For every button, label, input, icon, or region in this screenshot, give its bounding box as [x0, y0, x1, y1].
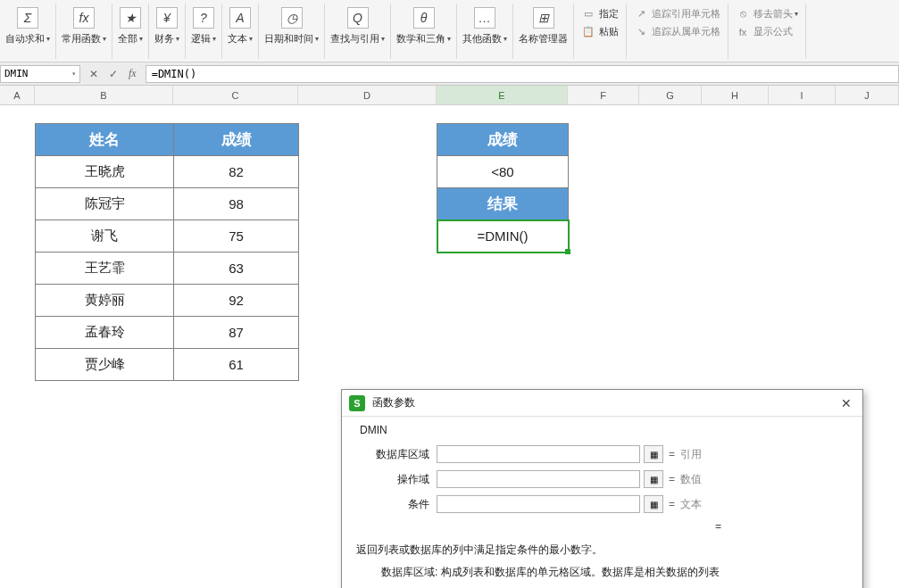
param-field-label: 操作域	[356, 472, 437, 487]
range-select-button[interactable]: ▦	[644, 470, 663, 488]
param-criteria-hint: 文本	[680, 497, 702, 512]
table-row: 陈冠宇98	[36, 188, 299, 220]
ribbon-toolbar: Σ 自动求和▾ fx 常用函数▾ ★ 全部▾ ¥ 财务▾ ? 逻辑▾ A 文本▾	[0, 0, 899, 62]
close-button[interactable]: ✕	[837, 396, 855, 410]
trace-dependents-button[interactable]: ↘追踪从属单元格	[630, 23, 724, 40]
criteria-value[interactable]: <80	[437, 156, 569, 188]
column-headers: A B C D E F G H I J	[0, 86, 899, 105]
ellipsis-icon: …	[474, 7, 495, 29]
param-criteria-input[interactable]	[437, 495, 640, 513]
cancel-formula-button[interactable]: ✕	[87, 68, 100, 80]
math-label: 数学和三角	[396, 32, 445, 46]
column-header-I[interactable]: I	[769, 86, 836, 104]
logic-label: 逻辑	[191, 32, 211, 46]
tag-icon: ▭	[581, 8, 595, 21]
other-functions-button[interactable]: … 其他函数▾	[461, 5, 509, 47]
column-header-B[interactable]: B	[35, 86, 173, 104]
result-header[interactable]: 结果	[437, 188, 569, 220]
lookup-label: 查找与引用	[330, 32, 379, 46]
autosum-button[interactable]: Σ 自动求和▾	[4, 5, 52, 47]
column-header-A[interactable]: A	[0, 86, 35, 104]
fill-handle[interactable]	[565, 249, 570, 254]
remove-arrows-button[interactable]: ⦸移去箭头▾	[732, 5, 802, 22]
trace-precedents-button[interactable]: ↗追踪引用单元格	[630, 5, 724, 22]
app-icon: S	[349, 395, 365, 411]
trace-dependents-icon: ↘	[634, 26, 648, 38]
clock-icon: ◷	[281, 7, 303, 29]
dialog-titlebar[interactable]: S 函数参数 ✕	[342, 390, 862, 417]
chevron-down-icon[interactable]: ▾	[71, 70, 76, 78]
chevron-down-icon: ▾	[315, 35, 319, 43]
autosum-label: 自动求和	[5, 32, 45, 46]
yen-icon: ¥	[156, 7, 178, 29]
question-icon: ?	[193, 7, 214, 29]
chevron-down-icon: ▾	[795, 10, 798, 18]
trace-precedents-icon: ↗	[634, 8, 648, 21]
header-name[interactable]: 姓名	[36, 124, 174, 156]
chevron-down-icon: ▾	[139, 35, 143, 43]
table-row: 王艺霏63	[36, 253, 299, 285]
name-box-value: DMIN	[4, 68, 29, 79]
formula-input[interactable]: =DMIN()	[146, 65, 899, 83]
column-header-F[interactable]: F	[568, 86, 639, 104]
text-label: 文本	[228, 32, 247, 46]
fx-icon: fx	[73, 7, 95, 29]
column-header-H[interactable]: H	[702, 86, 769, 104]
all-label: 全部	[118, 32, 137, 46]
chevron-down-icon: ▾	[504, 35, 507, 43]
data-table: 姓名 成绩 王晓虎82 陈冠宇98 谢飞75 王艺霏63 黄婷丽92 孟春玲87…	[35, 123, 299, 381]
logic-button[interactable]: ? 逻辑▾	[189, 5, 218, 47]
common-fn-label: 常用函数	[62, 32, 101, 46]
chevron-down-icon: ▾	[212, 35, 216, 43]
name-manager-label: 名称管理器	[519, 32, 568, 46]
criteria-table: 成绩 <80 结果 =DMIN()	[437, 123, 569, 253]
insert-function-button[interactable]: fx	[127, 67, 138, 80]
formula-icon: fx	[736, 26, 750, 38]
accept-formula-button[interactable]: ✓	[107, 68, 120, 80]
column-header-E[interactable]: E	[437, 86, 568, 104]
spreadsheet-grid[interactable]: 姓名 成绩 王晓虎82 陈冠宇98 谢飞75 王艺霏63 黄婷丽92 孟春玲87…	[0, 105, 899, 588]
search-icon: Q	[347, 7, 369, 29]
chevron-down-icon: ▾	[249, 35, 253, 43]
common-functions-button[interactable]: fx 常用函数▾	[60, 5, 108, 47]
name-manager-button[interactable]: ⊞ 名称管理器	[517, 5, 570, 47]
chevron-down-icon: ▾	[447, 35, 451, 43]
chevron-down-icon: ▾	[103, 35, 106, 43]
remove-arrows-icon: ⦸	[736, 8, 750, 21]
text-button[interactable]: A 文本▾	[226, 5, 254, 47]
define-name-button[interactable]: ▭指定	[578, 5, 622, 22]
lookup-button[interactable]: Q 查找与引用▾	[329, 5, 387, 47]
header-score[interactable]: 成绩	[174, 124, 299, 156]
range-select-button[interactable]: ▦	[644, 445, 663, 463]
finance-label: 财务	[154, 32, 174, 46]
chevron-down-icon: ▾	[176, 35, 179, 43]
active-cell[interactable]: =DMIN()	[437, 220, 569, 253]
column-header-G[interactable]: G	[639, 86, 702, 104]
table-row: 黄婷丽92	[36, 285, 299, 317]
column-header-C[interactable]: C	[173, 86, 298, 104]
all-functions-button[interactable]: ★ 全部▾	[116, 5, 145, 47]
chevron-down-icon: ▾	[46, 35, 50, 43]
column-header-D[interactable]: D	[298, 86, 437, 104]
param-database-hint: 引用	[680, 447, 702, 462]
math-button[interactable]: θ 数学和三角▾	[395, 5, 453, 47]
paste-name-button[interactable]: 📋粘贴	[578, 23, 622, 40]
datetime-label: 日期和时间	[264, 32, 313, 46]
function-description: 返回列表或数据库的列中满足指定条件的最小数字。	[356, 542, 848, 559]
chevron-down-icon: ▾	[381, 35, 385, 43]
column-header-J[interactable]: J	[836, 86, 899, 104]
param-database-label: 数据库区域	[356, 447, 437, 462]
param-field-input[interactable]	[437, 470, 640, 488]
datetime-button[interactable]: ◷ 日期和时间▾	[262, 5, 320, 47]
formula-bar: DMIN ▾ ✕ ✓ fx =DMIN()	[0, 62, 899, 86]
name-box[interactable]: DMIN ▾	[0, 65, 80, 83]
show-formulas-button[interactable]: fx显示公式	[732, 23, 802, 40]
param-database-input[interactable]	[437, 445, 640, 463]
letter-a-icon: A	[229, 7, 251, 29]
table-row: 孟春玲87	[36, 317, 299, 349]
function-arguments-dialog: S 函数参数 ✕ DMIN 数据库区域 ▦ = 引用 操作域 ▦ = 数值 条件	[341, 389, 863, 588]
criteria-header-score[interactable]: 成绩	[437, 124, 569, 156]
finance-button[interactable]: ¥ 财务▾	[153, 5, 181, 47]
range-select-button[interactable]: ▦	[644, 495, 663, 513]
grid-icon: ⊞	[533, 7, 554, 29]
